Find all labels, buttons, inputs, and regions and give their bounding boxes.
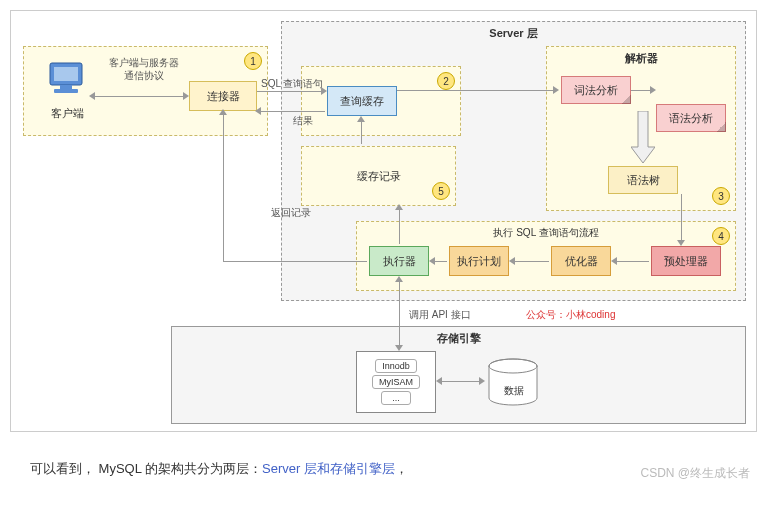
svg-rect-2 xyxy=(60,85,72,89)
client-label: 客户端 xyxy=(51,106,84,121)
lexical-box: 词法分析 xyxy=(561,76,631,104)
protocol-label: 客户端与服务器 通信协议 xyxy=(99,56,189,82)
badge-3: 3 xyxy=(712,187,730,205)
preprocessor-box: 预处理器 xyxy=(651,246,721,276)
cache-record-label: 缓存记录 xyxy=(357,169,401,184)
caption: 可以看到， MySQL 的架构共分为两层：Server 层和存储引擎层， xyxy=(30,460,408,478)
connector-box: 连接器 xyxy=(189,81,257,111)
sql-query-label: SQL 查询语句 xyxy=(261,77,323,91)
syntax-box: 语法分析 xyxy=(656,104,726,132)
data-cylinder: 数据 xyxy=(486,356,541,411)
badge-2: 2 xyxy=(437,72,455,90)
result-label: 结果 xyxy=(293,114,313,128)
query-cache-box: 查询缓存 xyxy=(327,86,397,116)
client-icon xyxy=(46,61,86,96)
badge-5: 5 xyxy=(432,182,450,200)
storage-label: 存储引擎 xyxy=(437,331,481,346)
badge-4: 4 xyxy=(712,227,730,245)
credit-label: 公众号：小林coding xyxy=(526,308,615,322)
svg-rect-3 xyxy=(54,89,78,93)
parser-label: 解析器 xyxy=(625,51,658,66)
server-layer-label: Server 层 xyxy=(489,26,537,41)
svg-rect-1 xyxy=(54,67,78,81)
engine-myisam: MyISAM xyxy=(372,375,420,389)
fat-arrow-down xyxy=(631,111,655,166)
group-5-cache-record: 缓存记录 5 xyxy=(301,146,456,206)
executor-box: 执行器 xyxy=(369,246,429,276)
optimizer-box: 优化器 xyxy=(551,246,611,276)
outer-frame: Server 层 1 客户端 客户端与服务器 通信协议 连接器 2 查询缓存 解… xyxy=(10,10,757,432)
syntax-tree-box: 语法树 xyxy=(608,166,678,194)
badge-1: 1 xyxy=(244,52,262,70)
engines-box: Innodb MyISAM ... xyxy=(356,351,436,413)
engine-other: ... xyxy=(381,391,411,405)
watermark: CSDN @终生成长者 xyxy=(640,465,750,482)
plan-box: 执行计划 xyxy=(449,246,509,276)
return-record-label: 返回记录 xyxy=(271,206,311,220)
flow-label: 执行 SQL 查询语句流程 xyxy=(493,226,598,240)
storage-engine-group: 存储引擎 xyxy=(171,326,746,424)
api-call-label: 调用 API 接口 xyxy=(409,308,471,322)
engine-innodb: Innodb xyxy=(375,359,417,373)
